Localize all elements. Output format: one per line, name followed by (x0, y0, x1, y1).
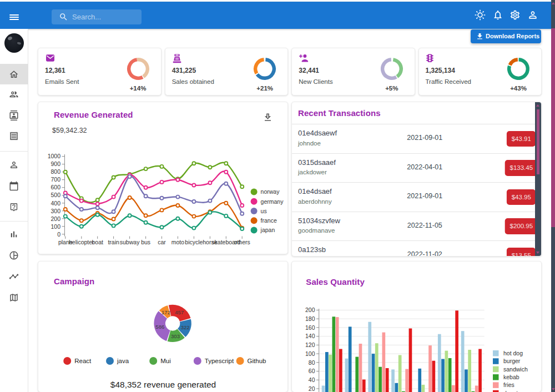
svg-text:800: 800 (51, 168, 60, 175)
svg-text:140: 140 (305, 333, 315, 339)
svg-text:sandwich: sandwich (503, 366, 528, 373)
svg-text:180: 180 (305, 315, 315, 322)
svg-text:subway: subway (120, 239, 140, 245)
svg-text:160: 160 (305, 324, 315, 331)
svg-text:200: 200 (51, 215, 60, 222)
svg-text:600: 600 (51, 184, 60, 190)
svg-text:700: 700 (51, 176, 60, 183)
svg-text:120: 120 (305, 341, 315, 348)
svg-text:900: 900 (51, 160, 60, 167)
svg-text:40: 40 (309, 376, 315, 383)
svg-text:20: 20 (309, 385, 315, 392)
svg-text:germany: germany (261, 198, 284, 205)
svg-text:norway: norway (261, 188, 280, 195)
svg-text:car: car (158, 239, 166, 245)
svg-text:303: 303 (171, 333, 180, 339)
svg-text:boat: boat (92, 239, 103, 245)
svg-text:500: 500 (51, 192, 60, 198)
svg-text:japan: japan (260, 227, 275, 233)
svg-text:moto: moto (171, 239, 185, 245)
svg-text:fries: fries (503, 381, 514, 388)
svg-text:us: us (261, 208, 267, 214)
svg-text:200: 200 (305, 306, 315, 313)
svg-text:React: React (74, 358, 92, 364)
svg-text:hot dog: hot dog (503, 350, 523, 356)
svg-text:100: 100 (305, 350, 315, 357)
svg-text:322: 322 (181, 324, 190, 330)
svg-text:kebab: kebab (503, 374, 519, 380)
svg-text:1000: 1000 (48, 153, 61, 159)
svg-text:60: 60 (309, 368, 315, 374)
svg-text:0: 0 (57, 231, 60, 238)
svg-text:bus: bus (141, 239, 150, 245)
svg-text:bicycle: bicycle (185, 239, 203, 245)
svg-text:457: 457 (175, 309, 184, 315)
svg-text:france: france (261, 217, 277, 224)
svg-text:java: java (117, 358, 129, 364)
svg-text:586: 586 (155, 324, 164, 330)
svg-text:300: 300 (51, 208, 60, 214)
svg-text:Mui: Mui (160, 358, 171, 364)
svg-text:400: 400 (51, 200, 60, 207)
svg-text:172: 172 (162, 309, 170, 315)
svg-text:helicopter: helicopter (69, 239, 94, 245)
svg-text:train: train (108, 239, 119, 245)
svg-text:others: others (234, 239, 250, 245)
svg-text:burger: burger (503, 358, 521, 364)
svg-text:donut: donut (503, 390, 518, 392)
svg-text:100: 100 (51, 223, 60, 230)
svg-text:80: 80 (309, 359, 315, 366)
svg-text:Github: Github (248, 358, 266, 364)
svg-text:Typescript: Typescript (205, 358, 234, 364)
